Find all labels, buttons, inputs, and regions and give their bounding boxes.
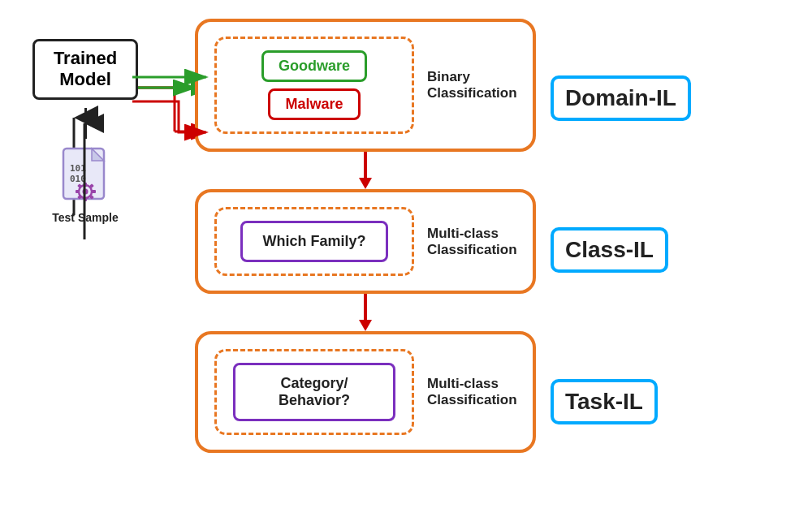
goodware-box: Goodware xyxy=(261,50,367,82)
task-il-label: Task-IL xyxy=(565,389,643,414)
category-behavior-label: Category/ Behavior? xyxy=(279,375,350,408)
binary-classification-label: Binary Classification xyxy=(427,69,516,101)
family-dashed-inner: Which Family? xyxy=(214,207,414,276)
test-sample-icon: 101 010 xyxy=(59,147,112,208)
svg-rect-18 xyxy=(76,190,80,193)
family-classification-label: Multi-class Classification xyxy=(427,226,516,258)
test-sample-label: Test Sample xyxy=(52,211,118,224)
left-column: Trained Model 101 010 xyxy=(24,39,146,224)
domain-il-box: Domain-IL xyxy=(551,75,691,121)
goodware-label: Goodware xyxy=(279,58,350,74)
svg-point-15 xyxy=(82,188,88,194)
il-labels-column: Domain-IL Class-IL Task-IL xyxy=(551,15,691,477)
behavior-dashed-inner: Category/ Behavior? xyxy=(214,349,414,435)
behavior-classification-label: Multi-class Classification xyxy=(427,376,516,408)
diagram-container: Trained Model 101 010 xyxy=(0,0,812,517)
svg-rect-16 xyxy=(84,183,87,187)
svg-text:010: 010 xyxy=(70,174,86,184)
domain-il-label: Domain-IL xyxy=(565,85,676,110)
malware-label: Malware xyxy=(285,96,343,112)
malware-box: Malware xyxy=(268,88,360,120)
trained-model-label: Trained Model xyxy=(54,48,117,89)
behavior-classification-box: Category/ Behavior? Multi-class Classifi… xyxy=(195,331,536,453)
class-il-label: Class-IL xyxy=(565,237,654,262)
svg-rect-19 xyxy=(92,190,96,193)
svg-rect-17 xyxy=(84,197,87,201)
category-behavior-box: Category/ Behavior? xyxy=(233,363,395,421)
which-family-label: Which Family? xyxy=(262,233,365,249)
which-family-box: Which Family? xyxy=(240,221,387,262)
binary-classification-box: Goodware Malware Binary Classification xyxy=(195,19,536,152)
binary-dashed-inner: Goodware Malware xyxy=(214,37,414,134)
svg-text:101: 101 xyxy=(70,163,86,174)
task-il-box: Task-IL xyxy=(551,379,658,424)
family-classification-box: Which Family? Multi-class Classification xyxy=(195,189,536,294)
class-il-box: Class-IL xyxy=(551,227,668,273)
center-column: Goodware Malware Binary Classification W… xyxy=(195,19,536,453)
test-sample-section: 101 010 Test Sample xyxy=(52,147,118,224)
trained-model-box: Trained Model xyxy=(32,39,138,100)
